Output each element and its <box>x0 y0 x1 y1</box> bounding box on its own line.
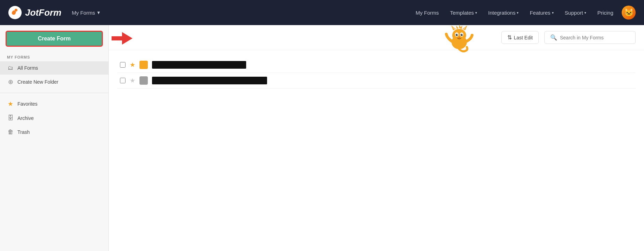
nav-link-features[interactable]: Features ▾ <box>525 7 558 18</box>
main-layout: Create Form MY FORMS 🗂 All Forms ⊕ Creat… <box>0 25 644 251</box>
plus-icon: ⊕ <box>7 78 14 86</box>
sidebar-item-create-folder[interactable]: ⊕ Create New Folder <box>0 75 108 89</box>
form-checkbox-2[interactable] <box>120 78 126 83</box>
form-checkbox-1[interactable] <box>120 62 126 68</box>
sidebar-item-favorites[interactable]: ★ Favorites <box>0 97 108 111</box>
trash-icon: 🗑 <box>7 129 14 136</box>
mascot-area <box>117 22 496 53</box>
nav-myforms-chevron: ▾ <box>97 9 100 16</box>
sidebar-item-trash[interactable]: 🗑 Trash <box>0 125 108 139</box>
search-icon: 🔍 <box>550 34 557 41</box>
nav-myforms-label: My Forms <box>72 10 95 16</box>
top-navigation: JotForm My Forms ▾ My Forms Templates ▾ … <box>0 0 644 25</box>
nav-myforms-dropdown[interactable]: My Forms ▾ <box>68 7 104 18</box>
nav-link-templates[interactable]: Templates ▾ <box>445 7 482 18</box>
nav-link-integrations[interactable]: Integrations ▾ <box>483 7 523 18</box>
support-chevron: ▾ <box>584 11 586 15</box>
sort-button[interactable]: ⇅ Last Edit <box>501 31 539 44</box>
mascot-illustration <box>444 22 475 53</box>
folder-icon: 🗂 <box>7 65 14 71</box>
nav-link-myforms[interactable]: My Forms <box>411 7 444 18</box>
nav-link-pricing[interactable]: Pricing <box>592 7 618 18</box>
form-name-1 <box>152 61 246 69</box>
forms-list: ★ ★ <box>109 50 644 251</box>
search-box[interactable]: 🔍 <box>544 31 636 44</box>
integrations-chevron: ▾ <box>517 11 518 15</box>
templates-chevron: ▾ <box>475 11 477 15</box>
user-avatar[interactable]: 🐱 <box>622 6 636 20</box>
arrow-icon <box>112 31 132 45</box>
sort-icon: ⇅ <box>507 34 512 41</box>
main-content: ⇅ Last Edit 🔍 ★ ★ <box>109 25 644 251</box>
svg-point-13 <box>457 34 457 35</box>
arrow-indicator <box>112 31 132 45</box>
my-forms-section-label: MY FORMS <box>0 52 108 61</box>
nav-links: My Forms Templates ▾ Integrations ▾ Feat… <box>411 7 618 18</box>
table-row[interactable]: ★ <box>117 73 636 89</box>
svg-point-11 <box>456 34 458 36</box>
logo-text: JotForm <box>25 7 61 18</box>
svg-point-14 <box>462 34 462 35</box>
sidebar-item-archive[interactable]: 🗄 Archive <box>0 111 108 125</box>
search-input[interactable] <box>560 35 630 40</box>
svg-point-12 <box>461 34 463 36</box>
svg-marker-2 <box>112 32 132 45</box>
svg-point-4 <box>452 29 466 41</box>
create-form-wrap: Create Form <box>0 25 108 52</box>
content-topbar: ⇅ Last Edit 🔍 <box>109 25 644 50</box>
form-star-2[interactable]: ★ <box>130 77 135 84</box>
archive-icon: 🗄 <box>7 115 14 122</box>
form-folder-icon-2 <box>139 76 148 85</box>
features-chevron: ▾ <box>552 11 554 15</box>
logo-area[interactable]: JotForm <box>8 6 61 19</box>
table-row[interactable]: ★ <box>117 57 636 73</box>
form-name-2 <box>152 77 267 84</box>
sidebar-divider-1 <box>0 93 108 93</box>
nav-link-support[interactable]: Support ▾ <box>560 7 591 18</box>
sidebar-item-all-forms[interactable]: 🗂 All Forms <box>0 61 108 75</box>
sidebar: Create Form MY FORMS 🗂 All Forms ⊕ Creat… <box>0 25 109 251</box>
form-star-1[interactable]: ★ <box>130 61 135 69</box>
form-folder-icon-1 <box>139 61 148 69</box>
jotform-logo-icon <box>8 6 22 19</box>
create-form-button[interactable]: Create Form <box>6 31 103 47</box>
svg-marker-16 <box>456 25 459 29</box>
star-icon: ★ <box>7 100 14 108</box>
svg-point-1 <box>15 9 17 12</box>
svg-point-15 <box>459 37 460 38</box>
